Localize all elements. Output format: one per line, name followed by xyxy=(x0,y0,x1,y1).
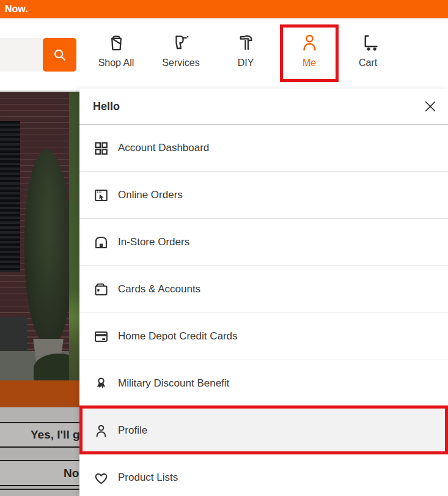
menu-item-label: Online Orders xyxy=(118,189,183,201)
nav-shop-all[interactable]: Shop All xyxy=(87,29,145,86)
menu-item-in-store-orders[interactable]: In-Store Orders xyxy=(79,219,448,266)
dimmed-background-page: Yes, I'll g No xyxy=(0,89,79,496)
browser-cursor-icon xyxy=(93,187,109,204)
hero-photo xyxy=(0,92,79,380)
nav-me[interactable]: Me xyxy=(280,29,339,86)
survey-no-label: No xyxy=(64,467,79,480)
dashboard-grid-icon xyxy=(93,140,109,157)
search-icon xyxy=(52,47,68,63)
menu-item-label: Military Discount Benefit xyxy=(118,377,229,390)
search-button[interactable] xyxy=(43,38,76,72)
drill-icon xyxy=(171,29,192,55)
menu-item-label: In-Store Orders xyxy=(118,236,189,248)
nav-label: Cart xyxy=(359,57,377,68)
survey-yes-button[interactable]: Yes, I'll g xyxy=(0,422,79,448)
window-shutter xyxy=(0,121,20,272)
search-input[interactable] xyxy=(0,38,43,72)
menu-item-cards-accounts[interactable]: Cards & Accounts xyxy=(79,266,448,313)
nav-label: Shop All xyxy=(98,57,134,68)
menu-item-label: Product Lists xyxy=(118,472,178,484)
wallet-icon xyxy=(93,281,109,298)
home-depot-page: Now. Shop All xyxy=(0,0,448,496)
account-flyout-menu: Hello Account Dashboard xyxy=(79,89,448,496)
menu-item-label: Profile xyxy=(118,424,147,437)
promo-bar: Now. xyxy=(0,0,448,18)
close-x-icon xyxy=(423,99,438,114)
menu-item-online-orders[interactable]: Online Orders xyxy=(79,172,448,219)
potted-tree xyxy=(24,150,72,344)
menu-item-label: Cards & Accounts xyxy=(118,283,200,295)
menu-item-label: Home Depot Credit Cards xyxy=(118,330,238,342)
orange-banner xyxy=(0,380,79,407)
menu-item-credit-cards[interactable]: Home Depot Credit Cards xyxy=(79,313,448,360)
flyout-header: Hello xyxy=(79,89,448,125)
menu-item-account-dashboard[interactable]: Account Dashboard xyxy=(79,125,448,172)
heart-icon xyxy=(93,470,109,486)
menu-item-profile[interactable]: Profile xyxy=(79,407,448,454)
promo-text: Now. xyxy=(5,0,28,18)
green-column xyxy=(69,92,79,380)
storefront-icon xyxy=(93,234,109,251)
survey-no-button[interactable]: No xyxy=(0,460,79,486)
menu-item-military-discount[interactable]: Military Discount Benefit xyxy=(79,360,448,407)
menu-item-label: Account Dashboard xyxy=(118,142,209,154)
bucket-icon xyxy=(106,29,127,55)
menu-item-product-lists[interactable]: Product Lists xyxy=(79,454,448,496)
nav-services[interactable]: Services xyxy=(152,29,210,86)
hand-truck-icon xyxy=(358,29,379,55)
nav-label: Me xyxy=(303,57,316,68)
hammer-icon xyxy=(235,29,257,55)
close-button[interactable] xyxy=(421,97,439,116)
person-icon xyxy=(299,29,320,55)
nav-cart[interactable]: Cart xyxy=(339,29,397,86)
survey-yes-label: Yes, I'll g xyxy=(31,428,79,442)
site-header: Shop All Services DIY xyxy=(0,18,448,89)
survey-divider xyxy=(0,489,79,490)
nav-label: Services xyxy=(162,57,199,68)
nav-label: DIY xyxy=(238,57,254,68)
survey-dialog: Yes, I'll g No xyxy=(0,407,79,496)
person-outline-icon xyxy=(93,423,109,439)
medal-ribbon-icon xyxy=(93,376,109,392)
credit-card-icon xyxy=(93,328,109,345)
greeting-text: Hello xyxy=(93,100,120,113)
nav-diy[interactable]: DIY xyxy=(216,29,275,86)
